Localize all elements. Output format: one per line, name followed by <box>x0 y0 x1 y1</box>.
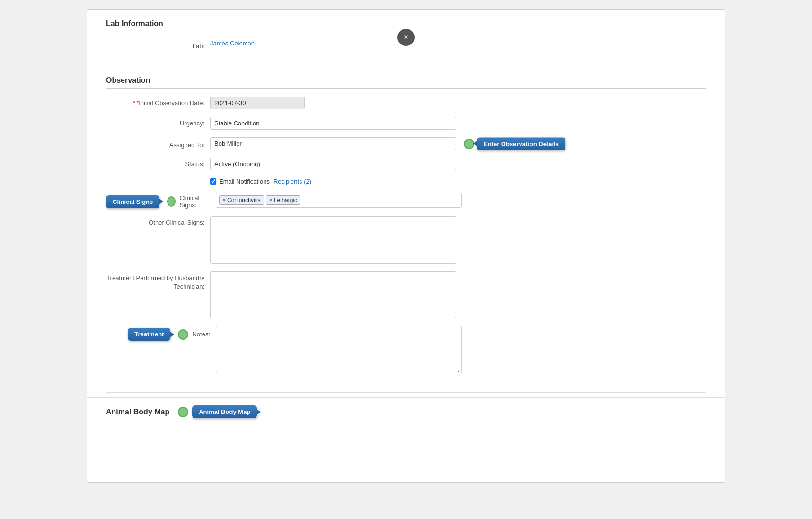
section-divider <box>106 392 706 393</box>
treatment-tooltip-bubble: Treatment <box>128 328 170 341</box>
initial-date-label: *Initial Observation Date: <box>106 97 210 106</box>
email-notifications-label: Email Notifications - <box>219 178 274 185</box>
treatment-row: Treatment Performed by Husbandry Technic… <box>106 271 706 318</box>
clinical-signs-row: Clinical Signs Clinical Signs: × Conjunc… <box>106 193 706 209</box>
tag-lethargic-remove[interactable]: × <box>269 197 273 203</box>
assigned-to-label: Assigned To: <box>106 139 210 149</box>
initial-date-input[interactable] <box>210 97 305 109</box>
tag-conjunctivitis-remove[interactable]: × <box>222 197 226 203</box>
animal-body-map-tooltip-dot[interactable] <box>178 407 188 417</box>
other-clinical-signs-label: Other Clinical Signs: <box>106 216 210 226</box>
clinical-signs-tooltip-bubble: Clinical Signs <box>106 195 159 208</box>
animal-body-map-tooltip-bubble: Animal Body Map <box>192 405 257 418</box>
lab-label: Lab: <box>106 40 210 50</box>
tag-conjunctivitis: × Conjunctivitis <box>219 195 264 205</box>
other-clinical-signs-textarea[interactable] <box>210 216 456 264</box>
recipients-link[interactable]: Recipients (2) <box>274 178 311 185</box>
urgency-input[interactable] <box>210 117 456 130</box>
notes-row: Treatment Notes: <box>106 326 706 375</box>
notes-input-container <box>210 326 462 375</box>
tag-conjunctivitis-label: Conjunctivitis <box>227 197 261 203</box>
modal-container: × Lab Information Lab: James Coleman Obs… <box>87 9 725 483</box>
status-label: Status: <box>106 158 210 167</box>
notes-textarea[interactable] <box>216 326 462 373</box>
observation-section-title: Observation <box>106 76 706 89</box>
notes-label: Notes: <box>192 331 210 338</box>
tag-lethargic: × Lethargic <box>266 195 300 205</box>
tag-lethargic-label: Lethargic <box>274 197 297 203</box>
enter-obs-tooltip-dot[interactable] <box>464 139 474 149</box>
enter-obs-tooltip-container: Enter Observation Details <box>460 139 474 149</box>
observation-section: Observation *Initial Observation Date: U… <box>87 67 725 392</box>
clinical-signs-input[interactable]: × Conjunctivitis × Lethargic <box>216 193 462 208</box>
assigned-to-row: Assigned To: Enter Observation Details <box>106 137 706 150</box>
treatment-label: Treatment Performed by Husbandry Technic… <box>106 271 210 291</box>
clinical-signs-label-container: Clinical Signs Clinical Signs: <box>106 193 210 209</box>
initial-date-row: *Initial Observation Date: <box>106 97 706 109</box>
email-notifications-checkbox[interactable] <box>210 178 216 185</box>
enter-obs-tooltip-bubble: Enter Observation Details <box>477 137 565 150</box>
status-row: Status: <box>106 158 706 170</box>
email-notifications-row: Email Notifications - Recipients (2) <box>210 178 706 185</box>
close-button[interactable]: × <box>397 29 415 46</box>
clinical-signs-tags-container[interactable]: × Conjunctivitis × Lethargic <box>210 193 462 208</box>
urgency-row: Urgency: <box>106 117 706 130</box>
assigned-to-input[interactable] <box>210 137 456 150</box>
animal-body-map-tooltip-container: Animal Body Map <box>178 405 261 418</box>
clinical-signs-tooltip-dot[interactable] <box>167 196 176 207</box>
animal-body-map-section: Animal Body Map Animal Body Map <box>87 397 725 426</box>
treatment-textarea[interactable] <box>210 271 456 318</box>
treatment-tooltip-dot[interactable] <box>178 329 188 340</box>
status-input[interactable] <box>210 158 456 170</box>
animal-body-map-title: Animal Body Map <box>106 408 169 416</box>
urgency-label: Urgency: <box>106 117 210 127</box>
notes-label-container: Treatment Notes: <box>106 326 210 341</box>
lab-value-link[interactable]: James Coleman <box>210 40 255 47</box>
other-clinical-signs-row: Other Clinical Signs: <box>106 216 706 264</box>
animal-body-map-tooltip-wrapper: Animal Body Map <box>192 405 261 418</box>
clinical-signs-label: Clinical Signs: <box>179 194 210 209</box>
